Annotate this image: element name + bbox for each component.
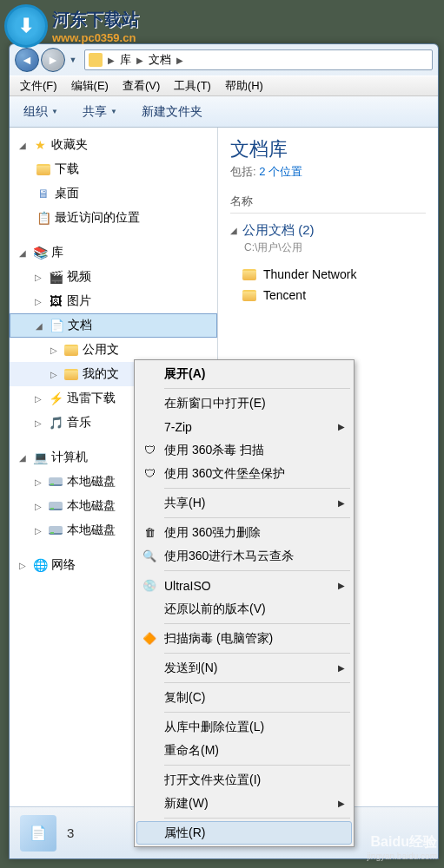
cm-360-fortress[interactable]: 🛡使用 360文件堡垒保护 — [136, 462, 352, 485]
status-count: 3 — [67, 825, 74, 840]
cm-scan-virus[interactable]: 🔶扫描病毒 (电脑管家) — [136, 627, 352, 650]
baidu-watermark-url: jingyan.baidu.com — [367, 852, 437, 861]
column-header-name[interactable]: 名称 — [230, 194, 426, 214]
cm-remove-from-lib[interactable]: 从库中删除位置(L) — [136, 715, 352, 739]
chevron-right-icon[interactable]: ▶ — [175, 56, 185, 65]
cm-open-location[interactable]: 打开文件夹位置(I) — [136, 768, 352, 792]
menu-view[interactable]: 查看(V) — [116, 76, 167, 95]
back-button[interactable]: ◄ — [15, 48, 39, 72]
library-subtitle: 包括: 2 个位置 — [230, 164, 426, 180]
organize-button[interactable]: 组织▼ — [18, 101, 63, 123]
file-group-path: C:\用户\公用 — [244, 240, 426, 255]
nav-history-dropdown[interactable]: ▼ — [67, 51, 79, 69]
cm-7zip[interactable]: 7-Zip▶ — [136, 415, 352, 438]
tree-downloads[interactable]: 下载 — [10, 157, 217, 181]
chevron-right-icon[interactable]: ▶ — [106, 56, 116, 65]
baidu-watermark: Baidu经验 jingyan.baidu.com — [367, 833, 437, 861]
tree-desktop[interactable]: 🖥桌面 — [10, 181, 217, 206]
site-watermark: ⬇ 河东下载站 www.pc0359.cn — [4, 4, 139, 48]
cm-open-new-window[interactable]: 在新窗口中打开(E) — [136, 391, 352, 415]
file-item[interactable]: Thunder Network — [230, 264, 426, 285]
library-icon — [89, 53, 103, 67]
tree-videos[interactable]: ▷🎬视频 — [10, 265, 217, 289]
menu-bar: 文件(F) 编辑(E) 查看(V) 工具(T) 帮助(H) — [10, 76, 438, 96]
tree-pictures[interactable]: ▷🖼图片 — [10, 289, 217, 313]
forward-button[interactable]: ► — [41, 48, 65, 72]
menu-tools[interactable]: 工具(T) — [167, 76, 218, 95]
cm-360-scan[interactable]: 🛡使用 360杀毒 扫描 — [136, 438, 352, 462]
file-item[interactable]: Tencent — [230, 285, 426, 306]
chevron-right-icon[interactable]: ▶ — [135, 56, 145, 65]
cm-rename[interactable]: 重命名(M) — [136, 739, 352, 762]
nav-bar: ◄ ► ▼ ▶ 库 ▶ 文档 ▶ — [10, 44, 438, 76]
tree-favorites[interactable]: ◢★收藏夹 — [10, 133, 217, 157]
breadcrumb-seg[interactable]: 文档 — [145, 52, 175, 68]
disc-icon: 💿 — [142, 578, 157, 594]
baidu-watermark-main: Baidu经验 — [367, 833, 437, 852]
scan-icon: 🔍 — [142, 549, 157, 564]
cm-send-to[interactable]: 发送到(N)▶ — [136, 656, 352, 680]
cm-restore[interactable]: 还原以前的版本(V) — [136, 597, 352, 621]
cm-ultraiso[interactable]: 💿UltraISO▶ — [136, 574, 352, 597]
breadcrumb-seg[interactable]: 库 — [116, 52, 135, 68]
file-group[interactable]: ◢公用文档 (2) — [230, 222, 426, 239]
newfolder-button[interactable]: 新建文件夹 — [136, 101, 208, 123]
menu-edit[interactable]: 编辑(E) — [64, 76, 116, 95]
tree-recent[interactable]: 📋最近访问的位置 — [10, 206, 217, 230]
tree-public-docs[interactable]: ▷公用文 — [10, 338, 217, 362]
context-menu: 展开(A) 在新窗口中打开(E) 7-Zip▶ 🛡使用 360杀毒 扫描 🛡使用… — [134, 359, 355, 847]
breadcrumb[interactable]: ▶ 库 ▶ 文档 ▶ — [84, 49, 433, 70]
cm-expand[interactable]: 展开(A) — [136, 362, 352, 385]
locations-link[interactable]: 2 个位置 — [259, 165, 302, 178]
cm-copy[interactable]: 复制(C) — [136, 686, 352, 709]
cm-force-delete[interactable]: 🗑使用 360强力删除 — [136, 521, 352, 544]
watermark-url: www.pc0359.cn — [52, 31, 139, 44]
shield-icon: 🛡 — [142, 466, 157, 482]
status-icon: 📄 — [20, 815, 56, 852]
toolbar: 组织▼ 共享▼ 新建文件夹 — [10, 96, 438, 128]
cm-properties[interactable]: 属性(R) — [136, 821, 352, 845]
menu-file[interactable]: 文件(F) — [13, 76, 64, 95]
watermark-title: 河东下载站 — [52, 8, 139, 31]
tree-documents[interactable]: ◢📄文档 — [10, 313, 217, 338]
cm-share[interactable]: 共享(H)▶ — [136, 491, 352, 515]
library-title: 文档库 — [230, 136, 426, 162]
tree-libraries[interactable]: ◢📚库 — [10, 240, 217, 265]
cm-new[interactable]: 新建(W)▶ — [136, 792, 352, 815]
share-button[interactable]: 共享▼ — [77, 101, 123, 123]
shredder-icon: 🗑 — [142, 525, 157, 541]
cm-trojan-scan[interactable]: 🔍使用360进行木马云查杀 — [136, 544, 352, 568]
menu-help[interactable]: 帮助(H) — [218, 76, 270, 95]
watermark-icon: ⬇ — [4, 4, 48, 48]
shield-icon: 🔶 — [142, 631, 157, 647]
shield-icon: 🛡 — [142, 443, 157, 458]
